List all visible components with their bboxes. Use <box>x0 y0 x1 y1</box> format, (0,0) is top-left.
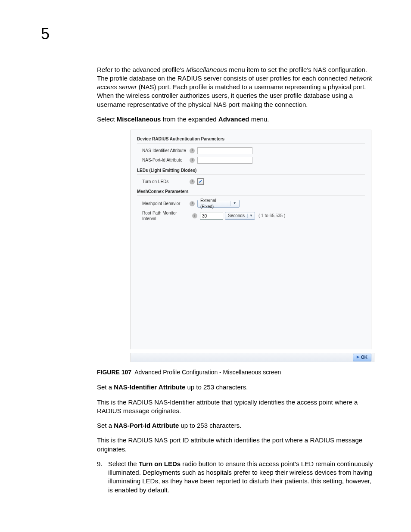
label-meshpoint-behavior: Meshpoint Behavior <box>142 201 190 207</box>
label-nas-identifier: NAS-Identifier Attribute <box>142 148 190 154</box>
text: (NAS) port. Each profile is matched to a… <box>97 83 366 108</box>
chevron-down-icon: ▼ <box>247 214 253 218</box>
config-panel: Device RADIUS Authentication Parameters … <box>131 130 371 349</box>
section-leds: LEDs (Light Emitting Diodes) <box>137 168 365 175</box>
intro-paragraph: Refer to the advanced profile's Miscella… <box>97 65 374 109</box>
dropdown-selected: Seconds <box>228 213 245 219</box>
info-icon[interactable]: i <box>190 148 195 153</box>
screenshot-container: Device RADIUS Authentication Parameters … <box>131 130 374 349</box>
step-number: 9. <box>97 460 108 495</box>
em-miscellaneous: Miscellaneous <box>186 66 227 73</box>
text: menu. <box>249 115 269 123</box>
text: Refer to the advanced profile's <box>97 66 186 73</box>
select-line: Select Miscellaneous from the expanded A… <box>97 115 374 124</box>
row-nas-port-id: NAS-Port-Id Attribute i <box>137 156 365 165</box>
text: from the expanded <box>161 115 218 123</box>
row-turn-on-leds: Turn on LEDs i ✓ <box>137 177 365 186</box>
meshpoint-behavior-dropdown[interactable]: External (Fixed) ▼ <box>197 200 240 208</box>
nas-port-set: Set a NAS-Port-Id Attribute up to 253 ch… <box>97 421 374 430</box>
section-radius-auth: Device RADIUS Authentication Parameters <box>137 136 365 143</box>
info-icon[interactable]: i <box>190 179 195 184</box>
root-path-value-input[interactable] <box>200 212 223 220</box>
nas-identifier-desc: This is the RADIUS NAS-Identifier attrib… <box>97 398 374 416</box>
text: Select <box>97 115 117 123</box>
nas-identifier-set: Set a NAS-Identifier Attribute up to 253… <box>97 383 374 392</box>
step-9: 9. Select the Turn on LEDs radio button … <box>97 460 374 495</box>
row-meshpoint-behavior: Meshpoint Behavior i External (Fixed) ▼ <box>137 199 365 209</box>
figure-caption: FIGURE 107 Advanced Profile Configuratio… <box>97 368 374 376</box>
bold-turn-on-leds: Turn on LEDs <box>139 460 181 467</box>
section-meshconnex: MeshConnex Parameters <box>137 189 365 196</box>
text: Set a <box>97 422 114 429</box>
root-path-unit-dropdown[interactable]: Seconds ▼ <box>225 212 255 220</box>
figure-label: FIGURE 107 <box>97 369 131 376</box>
info-icon[interactable]: i <box>190 201 195 206</box>
turn-on-leds-checkbox[interactable]: ✓ <box>197 178 204 185</box>
info-icon[interactable]: i <box>190 158 195 163</box>
label-nas-port-id: NAS-Port-Id Attribute <box>142 157 190 163</box>
button-bar: ▶ OK <box>131 353 374 362</box>
nas-port-id-input[interactable] <box>197 157 252 164</box>
figure-text: Advanced Profile Configuration - Miscell… <box>134 369 281 376</box>
text: up to 253 characters. <box>185 383 248 391</box>
text: Set a <box>97 383 114 391</box>
bold-nas-port-id: NAS-Port-Id Attribute <box>114 422 179 429</box>
play-icon: ▶ <box>357 355 359 360</box>
step-text: Select the Turn on LEDs radio button to … <box>108 460 374 495</box>
check-icon: ✓ <box>199 179 202 184</box>
nas-identifier-input[interactable] <box>197 147 252 154</box>
text: up to 253 characters. <box>179 422 241 429</box>
row-nas-identifier: NAS-Identifier Attribute i <box>137 146 365 156</box>
nas-port-desc: This is the RADIUS NAS port ID attribute… <box>97 436 374 454</box>
label-turn-on-leds: Turn on LEDs <box>142 179 190 185</box>
bold-advanced: Advanced <box>218 115 249 123</box>
chevron-down-icon: ▼ <box>230 201 237 206</box>
dropdown-selected: External (Fixed) <box>200 198 227 209</box>
bold-nas-identifier: NAS-Identifier Attribute <box>114 383 185 391</box>
ok-button[interactable]: ▶ OK <box>353 354 371 361</box>
label-root-path-monitor: Root Path Monitor Interval <box>142 210 192 222</box>
text: Select the <box>108 460 139 467</box>
info-icon[interactable]: i <box>192 213 197 218</box>
ok-button-label: OK <box>361 355 367 361</box>
row-root-path-monitor: Root Path Monitor Interval i Seconds ▼ (… <box>137 209 365 223</box>
root-path-range: ( 1 to 65,535 ) <box>258 213 285 219</box>
bold-miscellaneous: Miscellaneous <box>117 115 161 123</box>
chapter-number: 5 <box>41 24 374 45</box>
